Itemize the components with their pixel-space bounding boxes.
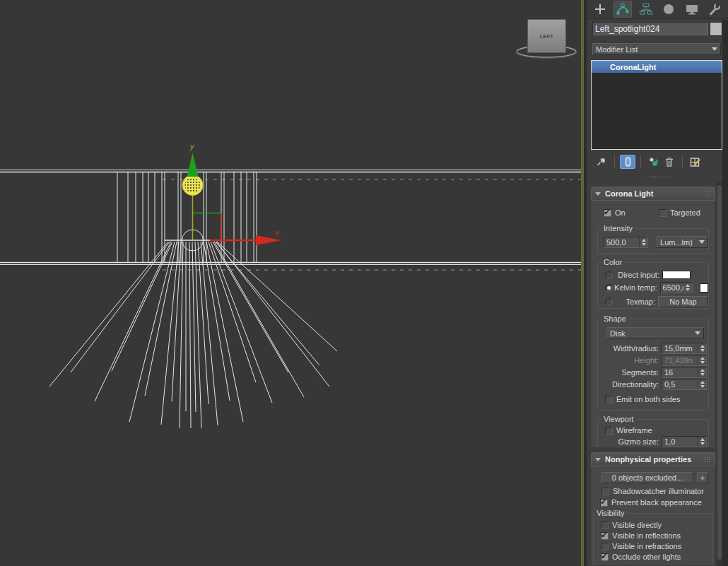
modify-icon <box>615 2 630 16</box>
move-transform-gizmo: x <box>193 177 282 245</box>
rollout-header-corona-light[interactable]: Corona Light <box>591 187 715 201</box>
segments-spinner[interactable]: 16 <box>662 367 707 378</box>
add-exclude-button[interactable]: + <box>697 472 708 483</box>
direct-input-label: Direct input: <box>613 271 659 279</box>
color-group-label: Color <box>601 258 624 266</box>
wall-section-lines <box>0 170 581 271</box>
kelvin-temp-label: Kelvin temp: <box>613 283 657 292</box>
gizmo-size-label: Gizmo size: <box>598 437 659 446</box>
exclude-objects-button[interactable]: 0 objects excluded... <box>601 472 693 483</box>
tab-utilities[interactable] <box>705 1 724 18</box>
command-panel: Modifier List CoronaLight <box>587 0 728 566</box>
texmap-button[interactable]: No Map <box>658 296 708 307</box>
targeted-checkbox[interactable] <box>659 209 667 217</box>
occlude-lights-checkbox[interactable] <box>601 553 609 561</box>
shape-group: Shape Disk Width/radius: 15,0mm <box>597 319 709 411</box>
rollout-corona-light: Corona Light On Targeted Intensity 500,0 <box>591 187 715 448</box>
tab-motion[interactable] <box>659 1 678 18</box>
visible-refractions-checkbox[interactable] <box>601 543 609 550</box>
make-unique-icon[interactable] <box>646 155 662 169</box>
texmap-label: Texmap: <box>613 297 655 306</box>
visibility-group: Visibility Visible directly Visible in r… <box>593 513 713 566</box>
width-radius-label: Width/radius: <box>598 344 659 353</box>
wrench-icon <box>707 2 722 16</box>
toolbar-separator <box>682 156 683 167</box>
plus-icon <box>592 2 608 16</box>
intensity-group: Intensity 500,0 Lum...lm) <box>597 228 709 254</box>
on-checkbox[interactable] <box>604 209 611 217</box>
modifier-stack-toolbar <box>587 153 728 171</box>
display-icon <box>684 2 700 16</box>
targeted-label: Targeted <box>670 208 700 217</box>
motion-icon <box>661 2 676 16</box>
intensity-spinner[interactable]: 500,0 <box>604 237 648 248</box>
kelvin-color-swatch <box>700 283 708 293</box>
directionality-spinner[interactable]: 0,5 <box>662 379 707 390</box>
prevent-black-label: Prevent black appearance <box>611 498 702 507</box>
on-targeted-row: On Targeted <box>592 201 715 218</box>
viewport-group: Viewport Wireframe Gizmo size: 1,0 <box>597 419 709 448</box>
visible-directly-checkbox[interactable] <box>601 521 609 529</box>
wireframe-checkbox[interactable] <box>605 427 613 435</box>
hierarchy-icon <box>638 2 654 16</box>
prevent-black-checkbox[interactable] <box>600 499 608 507</box>
texmap-radio[interactable] <box>605 298 613 306</box>
kelvin-temp-spinner[interactable]: 6500,( <box>660 282 693 293</box>
shadowcatcher-label: Shadowcatcher illuminator <box>613 487 704 495</box>
configure-modifier-sets-icon[interactable] <box>688 155 703 169</box>
viewcube-left-face[interactable]: LEFT <box>527 19 566 53</box>
x-axis-arrowhead <box>256 235 281 245</box>
pin-stack-icon[interactable] <box>594 155 609 169</box>
wireframe-label: Wireframe <box>616 426 652 435</box>
shape-type-dropdown[interactable]: Disk <box>606 327 704 339</box>
object-color-swatch[interactable] <box>710 22 722 36</box>
tab-modify[interactable] <box>613 1 632 18</box>
show-end-result-icon[interactable] <box>620 155 635 169</box>
tab-display[interactable] <box>683 1 701 18</box>
on-label: On <box>615 208 659 217</box>
direct-input-radio[interactable] <box>605 271 613 279</box>
toolbar-separator <box>640 156 641 167</box>
intensity-units-dropdown[interactable]: Lum...lm) <box>657 236 708 248</box>
viewport-group-label: Viewport <box>601 415 636 423</box>
rollout-title: Corona Light <box>605 189 653 198</box>
chevron-down-icon <box>699 240 705 244</box>
direct-input-color-swatch[interactable] <box>662 271 691 279</box>
modifier-list-dropdown[interactable]: Modifier List <box>592 43 721 55</box>
modifier-stack-entry-coronalight[interactable]: CoronaLight <box>592 61 722 73</box>
splitter-grip[interactable] <box>646 176 669 179</box>
x-axis-label: x <box>274 228 279 237</box>
light-cone-rays <box>49 242 337 428</box>
3dsmax-window: xy LEFT <box>0 0 728 566</box>
visible-reflections-checkbox[interactable] <box>601 532 609 540</box>
rollout-header-nonphysical[interactable]: Nonphysical properties <box>591 452 715 466</box>
occlude-lights-label: Occlude other lights <box>612 553 681 561</box>
tab-create[interactable] <box>591 1 609 18</box>
gizmo-size-spinner[interactable]: 1,0 <box>662 436 707 447</box>
collapse-arrow-icon <box>595 192 601 196</box>
command-panel-tabs <box>587 0 728 19</box>
rollout-title: Nonphysical properties <box>605 455 691 464</box>
height-spinner[interactable]: 71,439n <box>662 355 707 366</box>
height-label: Height: <box>598 356 659 365</box>
y-axis-arrowhead <box>187 153 199 177</box>
remove-modifier-icon[interactable] <box>662 155 677 169</box>
shadowcatcher-checkbox[interactable] <box>601 488 609 495</box>
panel-scrollbar-thumb[interactable] <box>717 185 722 560</box>
kelvin-temp-radio[interactable] <box>605 284 613 292</box>
width-radius-spinner[interactable]: 15,0mm <box>662 343 707 354</box>
tab-hierarchy[interactable] <box>637 1 655 18</box>
rollout-grip-icon[interactable] <box>704 191 711 197</box>
rollout-grip-icon[interactable] <box>704 456 711 463</box>
visible-directly-label: Visible directly <box>612 521 662 529</box>
intensity-group-label: Intensity <box>601 224 635 232</box>
light-sphere-gizmo: y <box>182 142 203 196</box>
segments-label: Segments: <box>598 368 659 377</box>
color-group: Color Direct input: Kelvin temp: 6500,( <box>597 262 709 309</box>
directionality-label: Directionality: <box>598 380 659 389</box>
emit-both-sides-checkbox[interactable] <box>605 396 613 403</box>
left-orthographic-viewport[interactable]: xy LEFT <box>0 0 581 566</box>
chevron-down-icon <box>712 47 717 51</box>
object-name-input[interactable] <box>592 22 708 35</box>
modifier-stack[interactable]: CoronaLight <box>591 60 722 150</box>
